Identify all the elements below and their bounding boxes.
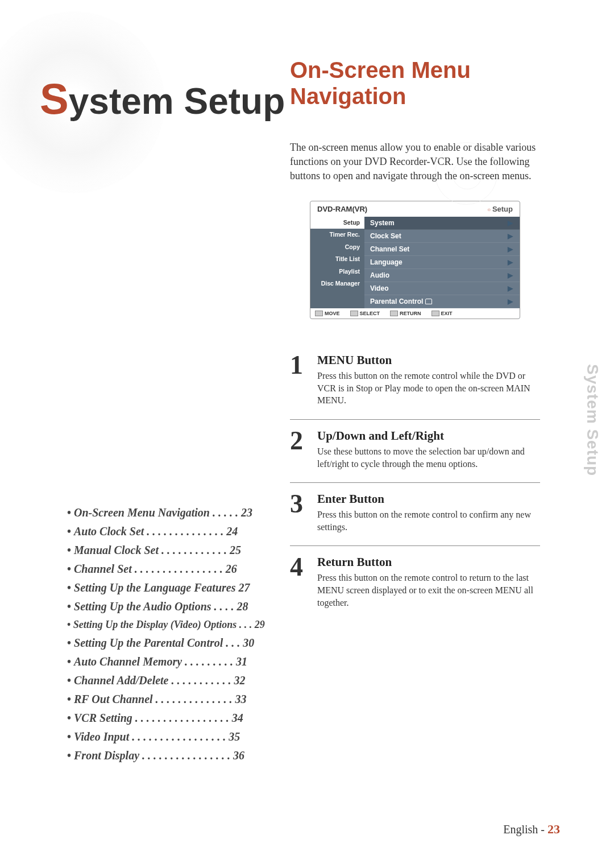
step-title: MENU Button [317, 353, 540, 367]
chevron-right-icon: ▶ [508, 284, 513, 292]
step-number: 3 [290, 492, 307, 533]
chevron-right-icon: ▶ [508, 297, 513, 305]
step-description: Press this button on the remote control … [317, 509, 540, 533]
menu-side-item: Playlist [310, 266, 364, 278]
step-description: Press this button on the remote control … [317, 370, 540, 407]
menu-footer-hints: MOVESELECTRETURNEXIT [310, 308, 520, 319]
toc-item: Manual Clock Set . . . . . . . . . . . .… [67, 544, 266, 557]
step-number: 2 [290, 429, 307, 470]
toc-item: On-Screen Menu Navigation . . . . . 23 [67, 506, 266, 519]
toc-item: Auto Clock Set . . . . . . . . . . . . .… [67, 525, 266, 538]
side-tab-label: System Setup [583, 364, 601, 476]
step-title: Enter Button [317, 492, 540, 506]
menu-footer-hint: MOVE [315, 311, 340, 317]
chevron-right-icon: ▶ [508, 258, 513, 266]
instruction-step: 3Enter ButtonPress this button on the re… [290, 492, 540, 546]
menu-side-item: Timer Rec. [310, 229, 364, 241]
lock-icon [425, 299, 432, 304]
toc-item: Setting Up the Parental Control . . . 30 [67, 636, 266, 650]
title-first-letter: S [40, 75, 69, 123]
step-description: Press this button on the remote control … [317, 572, 540, 609]
menu-sidebar: SetupTimer Rec.CopyTitle ListPlaylistDis… [310, 217, 364, 308]
toc-item: Setting Up the Language Features 27 [67, 581, 266, 594]
menu-side-item: Title List [310, 253, 364, 266]
intro-paragraph: The on-screen menus allow you to enable … [290, 140, 540, 184]
menu-footer-hint: EXIT [432, 311, 453, 317]
onscreen-menu-screenshot: DVD-RAM(VR) Setup SetupTimer Rec.CopyTit… [310, 201, 520, 320]
menu-main-item: Channel Set▶ [364, 243, 520, 256]
menu-main-item: Language▶ [364, 256, 520, 269]
toc-item: Front Display . . . . . . . . . . . . . … [67, 749, 266, 762]
toc-item: Video Input . . . . . . . . . . . . . . … [67, 730, 266, 743]
toc-item: Setting Up the Display (Video) Options .… [67, 619, 266, 631]
chevron-right-icon: ▶ [508, 219, 513, 227]
menu-main-item: Audio▶ [364, 269, 520, 282]
menu-main-item: Parental Control▶ [364, 295, 520, 308]
toc-item: Channel Set . . . . . . . . . . . . . . … [67, 563, 266, 576]
step-description: Use these buttons to move the selection … [317, 445, 540, 470]
menu-footer-hint: SELECT [350, 311, 380, 317]
disc-decoration-icon [435, 142, 497, 205]
menu-header-left: DVD-RAM(VR) [317, 205, 367, 213]
title-rest: ystem Setup [69, 81, 285, 122]
instruction-step: 1MENU ButtonPress this button on the rem… [290, 353, 540, 420]
toc-item: VCR Setting . . . . . . . . . . . . . . … [67, 712, 266, 725]
step-title: Return Button [317, 555, 540, 569]
footer-page-number: 23 [547, 822, 560, 836]
menu-side-item: Setup [310, 217, 364, 229]
page-footer: English - 23 [503, 822, 560, 837]
menu-main-item: Video▶ [364, 282, 520, 295]
toc-item: RF Out Channel . . . . . . . . . . . . .… [67, 693, 266, 706]
menu-footer-hint: RETURN [390, 311, 421, 317]
instruction-step: 2Up/Down and Left/RightUse these buttons… [290, 429, 540, 483]
menu-side-item: Disc Manager [310, 278, 364, 290]
toc-item: Setting Up the Audio Options . . . . 28 [67, 600, 266, 613]
menu-header-right: Setup [487, 205, 513, 213]
table-of-contents: On-Screen Menu Navigation . . . . . 23Au… [67, 506, 266, 768]
menu-main-item: System▶ [364, 217, 520, 230]
menu-main-item: Clock Set▶ [364, 230, 520, 243]
section-heading: On-Screen Menu Navigation [290, 57, 540, 109]
instruction-step: 4Return ButtonPress this button on the r… [290, 555, 540, 621]
toc-item: Auto Channel Memory . . . . . . . . . 31 [67, 655, 266, 668]
menu-main-panel: System▶Clock Set▶Channel Set▶Language▶Au… [364, 217, 520, 308]
chevron-right-icon: ▶ [508, 245, 513, 253]
chevron-right-icon: ▶ [508, 271, 513, 279]
menu-side-item: Copy [310, 241, 364, 254]
chevron-right-icon: ▶ [508, 232, 513, 240]
page-main-title: System Setup [40, 74, 285, 123]
toc-item: Channel Add/Delete . . . . . . . . . . .… [67, 674, 266, 687]
step-number: 1 [290, 353, 307, 407]
step-number: 4 [290, 555, 307, 609]
footer-language: English - [503, 823, 547, 836]
step-title: Up/Down and Left/Right [317, 429, 540, 443]
